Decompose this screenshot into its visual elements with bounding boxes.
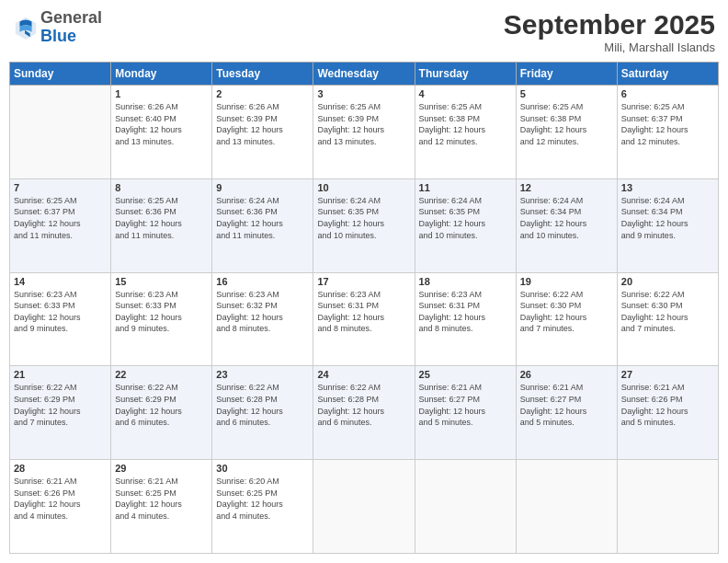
calendar-day-cell: 1Sunrise: 6:26 AM Sunset: 6:40 PM Daylig… <box>111 86 212 179</box>
calendar-day-cell: 3Sunrise: 6:25 AM Sunset: 6:39 PM Daylig… <box>313 86 415 179</box>
day-info: Sunrise: 6:23 AM Sunset: 6:31 PM Dayligh… <box>419 289 512 335</box>
day-info: Sunrise: 6:22 AM Sunset: 6:28 PM Dayligh… <box>216 382 309 428</box>
calendar-header-row: SundayMondayTuesdayWednesdayThursdayFrid… <box>10 63 719 86</box>
day-number: 28 <box>14 463 107 474</box>
header: General Blue September 2025 Mili, Marsha… <box>9 9 719 54</box>
day-number: 15 <box>115 276 208 287</box>
day-number: 16 <box>216 276 309 287</box>
calendar-day-cell: 15Sunrise: 6:23 AM Sunset: 6:33 PM Dayli… <box>111 272 212 366</box>
month-title: September 2025 <box>504 9 715 40</box>
calendar-day-cell: 6Sunrise: 6:25 AM Sunset: 6:37 PM Daylig… <box>617 86 718 179</box>
day-number: 7 <box>14 182 107 193</box>
calendar-day-cell: 5Sunrise: 6:25 AM Sunset: 6:38 PM Daylig… <box>516 86 617 179</box>
calendar-week-row: 1Sunrise: 6:26 AM Sunset: 6:40 PM Daylig… <box>10 86 719 179</box>
day-number: 12 <box>520 182 613 193</box>
day-number: 13 <box>621 182 714 193</box>
calendar-day-cell: 17Sunrise: 6:23 AM Sunset: 6:31 PM Dayli… <box>313 272 415 366</box>
day-number: 9 <box>216 182 309 193</box>
calendar-header-saturday: Saturday <box>617 63 718 86</box>
day-number: 17 <box>317 276 410 287</box>
day-info: Sunrise: 6:25 AM Sunset: 6:38 PM Dayligh… <box>520 101 613 147</box>
logo-blue: Blue <box>40 28 102 46</box>
calendar-header-thursday: Thursday <box>415 63 516 86</box>
calendar-day-cell: 11Sunrise: 6:24 AM Sunset: 6:35 PM Dayli… <box>415 178 516 272</box>
day-number: 6 <box>621 88 714 99</box>
calendar-day-cell: 4Sunrise: 6:25 AM Sunset: 6:38 PM Daylig… <box>415 86 516 179</box>
calendar-day-cell: 23Sunrise: 6:22 AM Sunset: 6:28 PM Dayli… <box>212 366 313 460</box>
day-info: Sunrise: 6:23 AM Sunset: 6:33 PM Dayligh… <box>14 289 107 335</box>
day-number: 3 <box>317 88 410 99</box>
calendar-day-cell: 27Sunrise: 6:21 AM Sunset: 6:26 PM Dayli… <box>617 366 718 460</box>
calendar-table: SundayMondayTuesdayWednesdayThursdayFrid… <box>9 62 719 554</box>
calendar-day-cell: 9Sunrise: 6:24 AM Sunset: 6:36 PM Daylig… <box>212 178 313 272</box>
day-number: 18 <box>419 276 512 287</box>
calendar-day-cell: 30Sunrise: 6:20 AM Sunset: 6:25 PM Dayli… <box>212 460 313 554</box>
day-info: Sunrise: 6:22 AM Sunset: 6:29 PM Dayligh… <box>115 382 208 428</box>
day-info: Sunrise: 6:22 AM Sunset: 6:29 PM Dayligh… <box>14 382 107 428</box>
day-number: 22 <box>115 369 208 380</box>
calendar-day-cell: 2Sunrise: 6:26 AM Sunset: 6:39 PM Daylig… <box>212 86 313 179</box>
day-number: 26 <box>520 369 613 380</box>
day-number: 2 <box>216 88 309 99</box>
day-info: Sunrise: 6:25 AM Sunset: 6:37 PM Dayligh… <box>621 101 714 147</box>
day-number: 24 <box>317 369 410 380</box>
calendar-week-row: 14Sunrise: 6:23 AM Sunset: 6:33 PM Dayli… <box>10 272 719 366</box>
logo-text: General Blue <box>40 9 102 46</box>
calendar-day-cell: 13Sunrise: 6:24 AM Sunset: 6:34 PM Dayli… <box>617 178 718 272</box>
day-number: 25 <box>419 369 512 380</box>
day-info: Sunrise: 6:24 AM Sunset: 6:34 PM Dayligh… <box>621 195 714 241</box>
day-info: Sunrise: 6:25 AM Sunset: 6:38 PM Dayligh… <box>419 101 512 147</box>
day-info: Sunrise: 6:24 AM Sunset: 6:36 PM Dayligh… <box>216 195 309 241</box>
calendar-header-sunday: Sunday <box>10 63 111 86</box>
calendar-day-cell: 7Sunrise: 6:25 AM Sunset: 6:37 PM Daylig… <box>10 178 111 272</box>
day-info: Sunrise: 6:21 AM Sunset: 6:25 PM Dayligh… <box>115 476 208 522</box>
day-info: Sunrise: 6:24 AM Sunset: 6:35 PM Dayligh… <box>317 195 410 241</box>
day-info: Sunrise: 6:25 AM Sunset: 6:36 PM Dayligh… <box>115 195 208 241</box>
day-info: Sunrise: 6:23 AM Sunset: 6:31 PM Dayligh… <box>317 289 410 335</box>
calendar-header-monday: Monday <box>111 63 212 86</box>
day-number: 30 <box>216 463 309 474</box>
day-info: Sunrise: 6:24 AM Sunset: 6:34 PM Dayligh… <box>520 195 613 241</box>
calendar-day-cell: 24Sunrise: 6:22 AM Sunset: 6:28 PM Dayli… <box>313 366 415 460</box>
calendar-day-cell <box>10 86 111 179</box>
day-info: Sunrise: 6:21 AM Sunset: 6:27 PM Dayligh… <box>520 382 613 428</box>
day-info: Sunrise: 6:25 AM Sunset: 6:37 PM Dayligh… <box>14 195 107 241</box>
day-info: Sunrise: 6:25 AM Sunset: 6:39 PM Dayligh… <box>317 101 410 147</box>
day-info: Sunrise: 6:21 AM Sunset: 6:27 PM Dayligh… <box>419 382 512 428</box>
day-number: 14 <box>14 276 107 287</box>
day-number: 20 <box>621 276 714 287</box>
calendar-header-tuesday: Tuesday <box>212 63 313 86</box>
page: General Blue September 2025 Mili, Marsha… <box>0 0 728 563</box>
logo-general: General <box>40 9 102 28</box>
calendar-day-cell: 16Sunrise: 6:23 AM Sunset: 6:32 PM Dayli… <box>212 272 313 366</box>
calendar-day-cell: 12Sunrise: 6:24 AM Sunset: 6:34 PM Dayli… <box>516 178 617 272</box>
calendar-header-wednesday: Wednesday <box>313 63 415 86</box>
calendar-day-cell <box>313 460 415 554</box>
calendar-day-cell: 29Sunrise: 6:21 AM Sunset: 6:25 PM Dayli… <box>111 460 212 554</box>
calendar-week-row: 7Sunrise: 6:25 AM Sunset: 6:37 PM Daylig… <box>10 178 719 272</box>
day-number: 5 <box>520 88 613 99</box>
day-info: Sunrise: 6:20 AM Sunset: 6:25 PM Dayligh… <box>216 476 309 522</box>
day-number: 29 <box>115 463 208 474</box>
day-info: Sunrise: 6:22 AM Sunset: 6:28 PM Dayligh… <box>317 382 410 428</box>
day-info: Sunrise: 6:26 AM Sunset: 6:40 PM Dayligh… <box>115 101 208 147</box>
calendar-day-cell <box>415 460 516 554</box>
calendar-day-cell: 14Sunrise: 6:23 AM Sunset: 6:33 PM Dayli… <box>10 272 111 366</box>
day-number: 27 <box>621 369 714 380</box>
day-info: Sunrise: 6:23 AM Sunset: 6:33 PM Dayligh… <box>115 289 208 335</box>
day-number: 19 <box>520 276 613 287</box>
day-number: 4 <box>419 88 512 99</box>
calendar-header-friday: Friday <box>516 63 617 86</box>
day-info: Sunrise: 6:21 AM Sunset: 6:26 PM Dayligh… <box>14 476 107 522</box>
day-info: Sunrise: 6:22 AM Sunset: 6:30 PM Dayligh… <box>621 289 714 335</box>
day-number: 10 <box>317 182 410 193</box>
title-block: September 2025 Mili, Marshall Islands <box>504 9 715 54</box>
day-info: Sunrise: 6:21 AM Sunset: 6:26 PM Dayligh… <box>621 382 714 428</box>
calendar-day-cell: 26Sunrise: 6:21 AM Sunset: 6:27 PM Dayli… <box>516 366 617 460</box>
day-number: 1 <box>115 88 208 99</box>
logo-icon <box>13 15 39 40</box>
day-number: 8 <box>115 182 208 193</box>
day-info: Sunrise: 6:22 AM Sunset: 6:30 PM Dayligh… <box>520 289 613 335</box>
day-info: Sunrise: 6:23 AM Sunset: 6:32 PM Dayligh… <box>216 289 309 335</box>
calendar-day-cell: 20Sunrise: 6:22 AM Sunset: 6:30 PM Dayli… <box>617 272 718 366</box>
